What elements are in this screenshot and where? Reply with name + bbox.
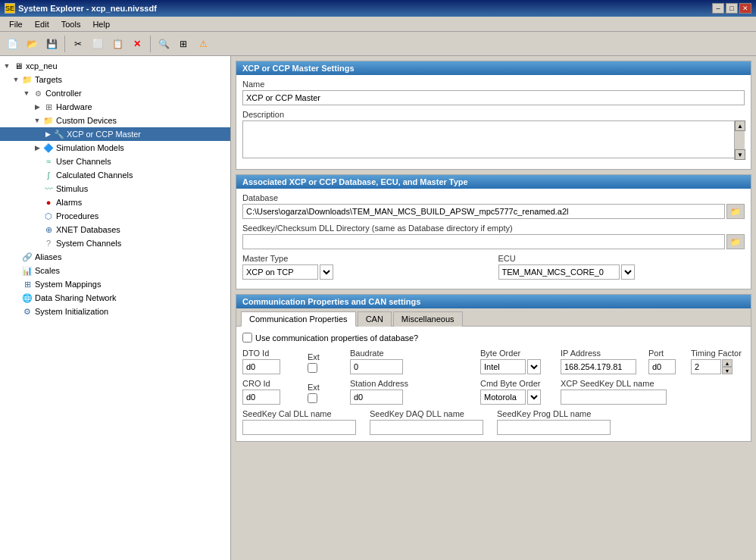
dto-id-input[interactable]: [242, 359, 280, 374]
tree-item-aliases[interactable]: 🔗 Aliases: [0, 250, 230, 264]
tab-comm-props[interactable]: Communication Properties: [241, 311, 356, 327]
menu-tools[interactable]: Tools: [55, 18, 87, 30]
tree-item-customdevices[interactable]: ▼ 📁 Custom Devices: [0, 114, 230, 127]
tree-item-procedures[interactable]: ⬡ Procedures: [0, 209, 230, 223]
tree-item-dsn[interactable]: 🌐 Data Sharing Network: [0, 291, 230, 305]
ip-address-input[interactable]: [561, 359, 636, 374]
name-input[interactable]: [242, 90, 745, 105]
xcp-seedkey-dll-input[interactable]: [561, 389, 667, 405]
new-button[interactable]: 📄: [3, 35, 21, 53]
expand-aliases[interactable]: [11, 252, 21, 262]
expand-xcpccp[interactable]: ▶: [42, 129, 53, 139]
timing-factor-up[interactable]: ▲: [722, 359, 733, 367]
dto-ext-checkbox[interactable]: [308, 363, 317, 373]
procedures-icon: ⬡: [42, 210, 55, 222]
close-button[interactable]: ✕: [739, 3, 751, 14]
expand-simmodels[interactable]: ▶: [32, 142, 42, 153]
use-db-props-row: Use communication properties of database…: [242, 333, 745, 343]
tree-item-userchannels[interactable]: ≈ User Channels: [0, 155, 230, 168]
tree-item-xcpccp[interactable]: ▶ 🔧 XCP or CCP Master: [0, 127, 230, 141]
expand-syschan[interactable]: [32, 238, 42, 249]
grid-button[interactable]: ⊞: [174, 35, 192, 53]
copy-button[interactable]: ⬜: [89, 35, 107, 53]
tree-item-syschan[interactable]: ? System Channels: [0, 236, 230, 250]
db-section-header: Associated XCP or CCP Database, ECU, and…: [236, 175, 751, 189]
tree-item-xnetdb[interactable]: ⊕ XNET Databases: [0, 223, 230, 236]
expand-stimulus[interactable]: [32, 183, 42, 194]
seedkey-daq-dll-input[interactable]: [370, 420, 483, 435]
ecu-label: ECU: [498, 254, 745, 263]
db-browse-button[interactable]: 📁: [726, 204, 745, 219]
seedkey-cal-dll-label: SeedKey Cal DLL name: [242, 409, 364, 418]
tree-item-stimulus[interactable]: 〰 Stimulus: [0, 182, 230, 196]
warning-button[interactable]: ⚠: [194, 35, 212, 53]
tree-item-targets[interactable]: ▼ 📁 Targets: [0, 73, 230, 86]
delete-button[interactable]: ✕: [128, 35, 146, 53]
desc-textarea[interactable]: [242, 120, 745, 158]
expand-customdevices[interactable]: ▼: [32, 115, 42, 126]
seedkey-input[interactable]: [242, 234, 725, 249]
open-button[interactable]: 📂: [23, 35, 41, 53]
tab-misc[interactable]: Miscellaneous: [393, 311, 463, 327]
timing-factor-input[interactable]: [691, 359, 721, 374]
master-type-input[interactable]: [242, 264, 318, 280]
expand-procedures[interactable]: [32, 211, 42, 221]
tree-item-scales[interactable]: 📊 Scales: [0, 264, 230, 277]
cut-button[interactable]: ✂: [69, 35, 87, 53]
timing-factor-label: Timing Factor: [691, 349, 756, 358]
seedkey-prog-dll-label: SeedKey Prog DLL name: [497, 409, 618, 418]
db-input[interactable]: [242, 204, 725, 219]
expand-dsn[interactable]: [11, 293, 21, 303]
tree-item-sysinit[interactable]: ⚙ System Initialization: [0, 305, 230, 318]
paste-button[interactable]: 📋: [108, 35, 127, 53]
menu-edit[interactable]: Edit: [29, 18, 55, 30]
expand-controller[interactable]: ▼: [21, 88, 32, 99]
expand-xnetdb[interactable]: [32, 224, 42, 235]
ecu-select[interactable]: [621, 264, 635, 280]
maximize-button[interactable]: □: [726, 3, 738, 14]
tab-can[interactable]: CAN: [358, 311, 392, 327]
tree-item-simmodels[interactable]: ▶ 🔷 Simulation Models: [0, 141, 230, 155]
scroll-down-arrow[interactable]: ▼: [735, 149, 745, 160]
cmd-byte-order-input[interactable]: [480, 389, 526, 405]
menu-help[interactable]: Help: [86, 18, 116, 30]
tree-item-calcchannels[interactable]: ∫ Calculated Channels: [0, 168, 230, 182]
expand-scales[interactable]: [11, 265, 21, 276]
stimulus-icon: 〰: [42, 183, 55, 195]
calcchannels-icon: ∫: [42, 169, 55, 181]
minimize-button[interactable]: –: [712, 3, 724, 14]
tree-item-sysmappings[interactable]: ⊞ System Mappings: [0, 277, 230, 291]
expand-sysinit[interactable]: [11, 306, 21, 317]
timing-factor-down[interactable]: ▼: [722, 367, 733, 374]
byte-order-input[interactable]: [480, 359, 526, 374]
expand-xcpneu[interactable]: ▼: [2, 61, 12, 71]
seedkey-prog-dll-input[interactable]: [497, 420, 611, 435]
baudrate-input[interactable]: [350, 359, 403, 374]
expand-targets[interactable]: ▼: [11, 74, 21, 85]
save-button[interactable]: 💾: [42, 35, 61, 53]
seedkey-cal-dll-input[interactable]: [242, 420, 356, 435]
menu-file[interactable]: File: [3, 18, 29, 30]
station-address-input[interactable]: [350, 389, 403, 405]
port-input[interactable]: [648, 359, 676, 374]
expand-hardware[interactable]: ▶: [32, 102, 42, 112]
ecu-input[interactable]: [498, 264, 620, 280]
byte-order-select[interactable]: [527, 359, 541, 374]
tree-item-xcpneu[interactable]: ▼ 🖥 xcp_neu: [0, 59, 230, 73]
cmd-byte-order-select[interactable]: [527, 389, 541, 405]
master-type-select[interactable]: [320, 264, 333, 280]
tree-item-controller[interactable]: ▼ ⚙ Controller: [0, 86, 230, 100]
cro-ext-checkbox[interactable]: [308, 393, 317, 403]
tree-label-targets: Targets: [35, 75, 62, 84]
tree-item-alarms[interactable]: ● Alarms: [0, 196, 230, 209]
expand-sysmappings[interactable]: [11, 279, 21, 289]
tree-item-hardware[interactable]: ▶ ⊞ Hardware: [0, 100, 230, 114]
cro-id-input[interactable]: [242, 389, 280, 405]
use-db-props-checkbox[interactable]: [242, 333, 252, 343]
find-button[interactable]: 🔍: [155, 35, 173, 53]
seedkey-browse-button[interactable]: 📁: [726, 234, 745, 249]
scroll-up-arrow[interactable]: ▲: [735, 120, 745, 131]
expand-alarms[interactable]: [32, 197, 42, 208]
expand-userchannels[interactable]: [32, 156, 42, 167]
expand-calcchannels[interactable]: [32, 170, 42, 180]
